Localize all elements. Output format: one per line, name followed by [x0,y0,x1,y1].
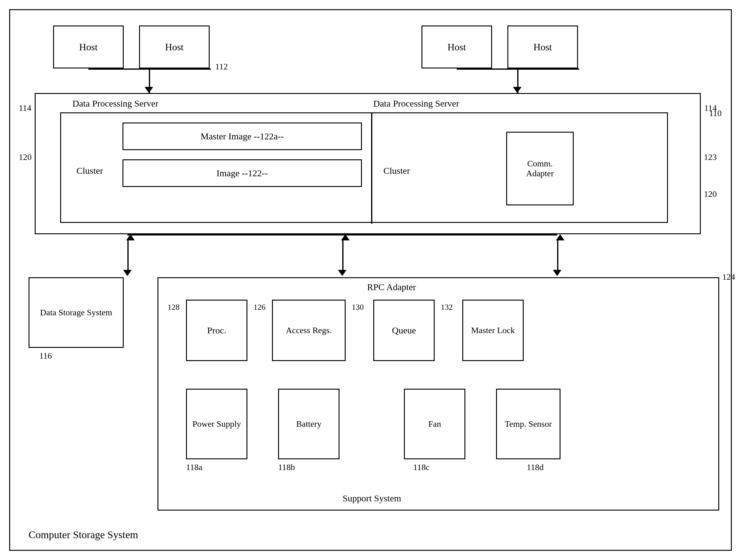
dps-left-label: Data Processing Server [72,98,158,109]
ref-120-left: 120 [19,152,31,162]
host-box-3: Host [421,25,492,68]
double-arrow-right-line [557,240,558,271]
ref-123: 123 [704,152,717,162]
cluster-right-label: Cluster [383,166,410,176]
temp-sensor-box: Temp. Sensor [496,389,560,459]
host-box-1: Host [53,25,124,68]
double-arrow-left-line [127,240,129,271]
dps-right-label: Data Processing Server [373,98,459,109]
ref-132-label: 132 [441,303,453,312]
image-box: Image --122-- [123,159,362,187]
css-label: Computer Storage System [28,529,138,541]
arrow-up-right [556,234,564,240]
host-box-4: Host [508,25,578,68]
ref-118c: 118c [413,462,429,472]
ref-114-right: 114 [704,103,717,113]
ref-128-label: 128 [167,303,180,312]
comm-adapter-box: Comm. Adapter [506,132,574,205]
battery-box: Battery [278,389,339,459]
dps-divider [371,113,372,224]
proc-box: Proc. [186,300,248,361]
ref-116: 116 [39,351,52,361]
arrow-down-left [123,270,132,276]
diagram-container: Host Host 112 Host Host 110 Data Process… [9,9,732,551]
ref-118b: 118b [278,462,295,472]
master-lock-box: Master Lock [462,300,524,361]
dps-outer-box: Data Processing Server Data Processing S… [35,93,701,234]
host-label-3: Host [448,42,466,53]
ref-114-left: 114 [19,103,31,113]
double-arrow-mid-line [342,240,343,271]
power-supply-box: Power Supply [186,389,248,459]
support-system-label: Support System [343,493,401,503]
host-box-2: Host [139,25,210,68]
arrow-down-right [553,270,561,276]
ref-118a: 118a [186,462,202,472]
host-label-1: Host [79,42,97,53]
arrow-head-host12 [145,87,153,93]
cluster-left-label: Cluster [76,166,103,176]
ref-124: 124 [722,272,735,282]
ref-120-right: 120 [704,189,717,199]
fan-box: Fan [404,389,465,459]
cluster-image-box: Master Image --122a-- Cluster Image --12… [60,112,668,223]
rpc-adapter-label: RPC Adapter [367,282,416,292]
ref-126-label: 126 [254,303,266,312]
arrow-top-connector [127,234,557,236]
data-storage-box: Data Storage System [28,277,124,348]
rpc-adapter-box: RPC Adapter 124 128 Proc. 126 Access Reg… [157,277,719,511]
ref-130-label: 130 [352,303,364,312]
host-label-2: Host [165,42,184,53]
master-image-box: Master Image --122a-- [123,123,362,150]
arrow-down-mid [338,270,347,276]
access-regs-box: Access Regs. [272,300,346,361]
ref-112: 112 [215,62,228,71]
host-label-4: Host [534,42,552,53]
ref-118d: 118d [527,462,544,472]
arrow-head-host34 [513,87,522,93]
queue-box: Queue [373,300,435,361]
